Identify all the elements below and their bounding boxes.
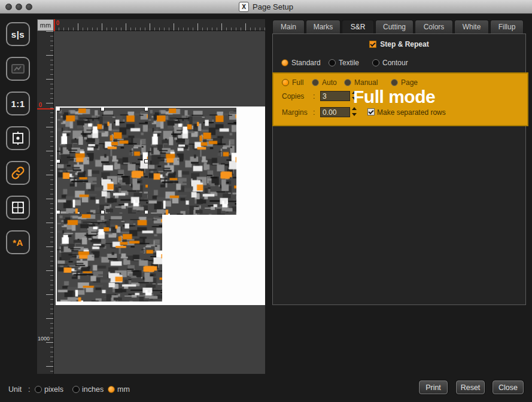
- close-button[interactable]: Close: [493, 380, 524, 394]
- selection-handle[interactable]: [57, 159, 60, 163]
- selection-handle[interactable]: [101, 108, 105, 111]
- radio-textile-circle[interactable]: [329, 59, 336, 66]
- image-icon: [10, 62, 26, 76]
- tab-white[interactable]: White: [454, 20, 489, 34]
- radio-auto[interactable]: Auto: [312, 78, 337, 87]
- step-repeat-label: Step & Repeat: [380, 40, 428, 48]
- page-setup-window: X Page Setup s|s 1:1: [0, 0, 532, 402]
- horizontal-ruler: [54, 19, 265, 31]
- margins-label: Margins: [282, 108, 308, 117]
- radio-standard[interactable]: Standard: [281, 59, 321, 67]
- copies-label: Copies: [282, 92, 304, 100]
- tile-artwork: [148, 108, 236, 215]
- reset-button[interactable]: Reset: [456, 380, 485, 394]
- tile-artwork: [57, 214, 162, 302]
- tab-cutting[interactable]: Cutting: [375, 20, 414, 34]
- radio-contour[interactable]: Contour: [372, 59, 408, 67]
- registration-icon: [11, 131, 25, 145]
- radio-page-circle[interactable]: [391, 79, 398, 86]
- v-ruler-origin-marker: [37, 108, 54, 109]
- radio-full-label: Full: [292, 78, 303, 87]
- radio-standard-circle[interactable]: [281, 59, 288, 66]
- annotate-text-icon: *A: [13, 237, 23, 248]
- full-mode-annotation: Full mode: [353, 87, 435, 107]
- selection-handle[interactable]: [101, 210, 105, 214]
- selection-handle[interactable]: [144, 210, 148, 214]
- unit-mm-label: mm: [117, 385, 130, 394]
- tile-copy-3[interactable]: [57, 214, 162, 302]
- tab-main[interactable]: Main: [272, 20, 305, 34]
- sr-mode-section: Full Auto Manual Page Copies : Margins :: [272, 72, 528, 126]
- v-ruler-1000-label: 1000: [38, 336, 50, 342]
- export-image-button[interactable]: [6, 57, 30, 81]
- radio-manual[interactable]: Manual: [344, 78, 378, 87]
- radio-textile-label: Textile: [339, 59, 359, 67]
- radio-page-label: Page: [401, 78, 418, 87]
- radio-unit-pixels[interactable]: [35, 386, 42, 393]
- make-separated-label: Make separated rows: [377, 108, 446, 117]
- v-ruler-origin: 0: [39, 102, 42, 108]
- ruler-unit-box: mm: [37, 19, 54, 31]
- h-ruler-origin-marker: [54, 19, 55, 31]
- unit-separator: :: [28, 385, 30, 394]
- radio-contour-circle[interactable]: [372, 59, 379, 66]
- tab-marks[interactable]: Marks: [306, 20, 341, 34]
- vertical-ruler: [37, 31, 54, 374]
- margins-spinner[interactable]: [352, 106, 357, 117]
- registration-button[interactable]: [6, 126, 30, 150]
- x11-app-icon: X: [239, 2, 249, 12]
- radio-unit-mm[interactable]: [108, 386, 115, 393]
- radio-auto-circle[interactable]: [312, 79, 319, 86]
- fit-to-media-button[interactable]: s|s: [6, 22, 30, 46]
- fit-to-media-icon: s|s: [11, 29, 25, 39]
- canvas-area: [54, 31, 265, 374]
- selection-handle[interactable]: [144, 159, 148, 163]
- annotate-text-button[interactable]: *A: [6, 230, 30, 254]
- tile-frame-icon: [11, 200, 25, 215]
- radio-manual-label: Manual: [354, 78, 378, 87]
- selection-handle[interactable]: [57, 108, 60, 111]
- margins-input[interactable]: [320, 107, 350, 117]
- tab-sr[interactable]: S&R: [342, 20, 374, 34]
- selection-handle[interactable]: [57, 210, 60, 214]
- selection-handle[interactable]: [144, 108, 148, 111]
- radio-page[interactable]: Page: [391, 78, 418, 87]
- step-repeat-row: Step & Repeat: [273, 40, 525, 48]
- copies-input[interactable]: [320, 91, 350, 101]
- h-ruler-origin: 0: [56, 20, 60, 26]
- tile-artwork: [57, 108, 148, 214]
- tile-copy-1[interactable]: [57, 108, 148, 214]
- radio-auto-label: Auto: [322, 78, 337, 87]
- window-titlebar: X Page Setup: [0, 0, 532, 14]
- radio-full[interactable]: Full: [282, 78, 303, 87]
- window-title: Page Setup: [253, 2, 293, 11]
- tab-fillup[interactable]: Fillup: [490, 20, 524, 34]
- link-icon: [11, 166, 25, 180]
- minimize-window-button[interactable]: [16, 4, 22, 10]
- radio-unit-inches[interactable]: [72, 386, 80, 393]
- copies-separator: :: [313, 92, 315, 100]
- unit-inches-label: inches: [82, 385, 104, 394]
- radio-contour-label: Contour: [382, 59, 408, 67]
- link-button[interactable]: [6, 161, 30, 185]
- radio-textile[interactable]: Textile: [329, 59, 359, 67]
- radio-manual-circle[interactable]: [344, 79, 351, 86]
- page-preview: [56, 106, 265, 305]
- one-to-one-icon: 1:1: [11, 99, 25, 109]
- print-button[interactable]: Print: [419, 380, 448, 394]
- radio-standard-label: Standard: [291, 59, 321, 67]
- radio-full-circle[interactable]: [282, 79, 289, 86]
- unit-pixels-label: pixels: [44, 385, 63, 394]
- tile-copy-2[interactable]: [148, 108, 236, 215]
- close-window-button[interactable]: [5, 4, 12, 10]
- zoom-window-button[interactable]: [26, 4, 32, 10]
- unit-label: Unit: [8, 385, 22, 394]
- tile-frame-button[interactable]: [6, 196, 30, 220]
- make-separated-checkbox[interactable]: [367, 108, 375, 115]
- sr-panel: Step & Repeat Standard Textile Contour F…: [272, 34, 526, 305]
- step-repeat-checkbox[interactable]: [369, 41, 376, 48]
- actual-size-button[interactable]: 1:1: [6, 92, 30, 115]
- settings-tab-bar: Main Marks S&R Cutting Colors White Fill…: [272, 20, 524, 34]
- tab-colors[interactable]: Colors: [415, 20, 453, 34]
- margins-separator: :: [313, 108, 315, 117]
